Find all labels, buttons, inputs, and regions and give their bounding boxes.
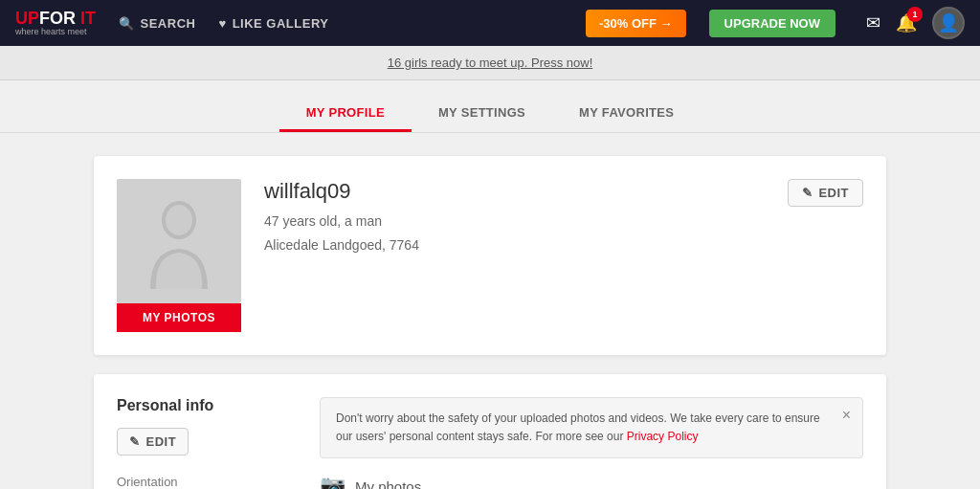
upgrade-button[interactable]: UPGRADE NOW (709, 10, 835, 37)
profile-location: Alicedale Landgoed, 7764 (264, 233, 765, 257)
user-avatar[interactable]: 👤 (932, 7, 965, 39)
profile-age-gender: 47 years old, a man (264, 210, 765, 233)
tab-my-favorites[interactable]: MY FAVORITES (552, 96, 701, 132)
profile-username: willfalq09 (264, 179, 765, 204)
profile-info: willfalq09 47 years old, a man Alicedale… (264, 179, 765, 257)
privacy-policy-link[interactable]: Privacy Policy (627, 430, 699, 443)
nav-search-label: SEARCH (141, 16, 196, 31)
avatar-silhouette (141, 193, 217, 289)
nav-search[interactable]: 🔍 SEARCH (119, 16, 195, 31)
edit-icon: ✎ (802, 186, 813, 200)
discount-button[interactable]: -30% OFF → (586, 10, 686, 37)
personal-info-edit-label: EDIT (146, 434, 177, 449)
promo-bar: 16 girls ready to meet up. Press now! (0, 46, 980, 80)
notice-close-button[interactable]: × (842, 408, 851, 423)
logo-text: UPFOR IT (15, 9, 96, 28)
nav-like-gallery[interactable]: ♥ LIKE GALLERY (218, 16, 328, 31)
edit-label: EDIT (818, 186, 849, 200)
heart-icon: ♥ (218, 16, 226, 31)
profile-avatar (117, 179, 241, 303)
section-title: Personal info (117, 397, 289, 414)
orientation-label: Orientation (117, 475, 289, 489)
notifications-icon[interactable]: 🔔 1 (896, 12, 917, 33)
search-icon: 🔍 (119, 16, 135, 31)
header: UPFOR IT where hearts meet 🔍 SEARCH ♥ LI… (0, 0, 980, 46)
main-content: MY PHOTOS willfalq09 47 years old, a man… (78, 156, 902, 489)
profile-edit-button[interactable]: ✎ EDIT (788, 179, 863, 207)
section-right: Don't worry about the safety of your upl… (320, 397, 863, 489)
camera-icon: 📷 (320, 474, 345, 489)
my-photos-button[interactable]: MY PHOTOS (117, 303, 241, 332)
my-photos-label: My photos (355, 478, 421, 489)
notice-text: Don't worry about the safety of your upl… (336, 411, 820, 443)
logo-tagline: where hearts meet (15, 27, 96, 36)
small-edit-icon: ✎ (129, 434, 141, 449)
personal-info-edit-button[interactable]: ✎ EDIT (117, 428, 189, 456)
promo-link[interactable]: 16 girls ready to meet up. Press now! (388, 56, 593, 70)
profile-avatar-wrap: MY PHOTOS (117, 179, 241, 332)
tab-my-profile[interactable]: MY PROFILE (279, 96, 412, 132)
nav-like-gallery-label: LIKE GALLERY (233, 16, 329, 31)
my-photos-row: 📷 My photos (320, 474, 863, 489)
tab-my-settings[interactable]: MY SETTINGS (412, 96, 552, 132)
tabs: MY PROFILE MY SETTINGS MY FAVORITES (0, 80, 980, 133)
personal-info-card: Personal info ✎ EDIT Orientation Don't w… (94, 374, 886, 489)
header-icons: ✉ 🔔 1 👤 (866, 7, 965, 39)
logo[interactable]: UPFOR IT where hearts meet (15, 10, 96, 36)
svg-point-1 (166, 205, 192, 235)
info-notice: Don't worry about the safety of your upl… (320, 397, 863, 458)
section-left: Personal info ✎ EDIT Orientation (117, 397, 289, 489)
messages-icon[interactable]: ✉ (866, 12, 880, 33)
profile-card: MY PHOTOS willfalq09 47 years old, a man… (94, 156, 886, 355)
notification-badge: 1 (907, 7, 923, 22)
